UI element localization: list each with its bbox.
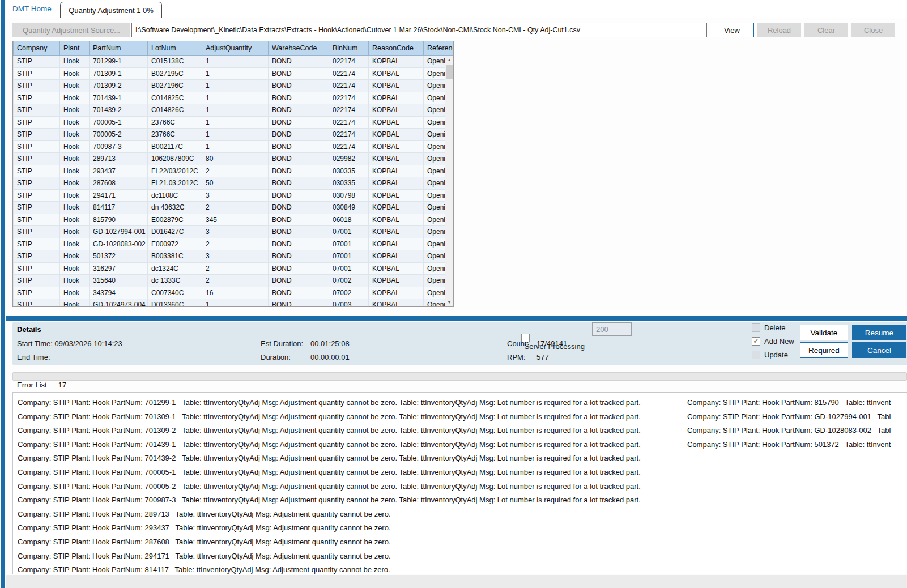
table-row[interactable]: STIPHook814117dn 43632C2BOND030849KOPBAL… [14, 202, 454, 214]
error-list-item[interactable]: Company: STIP Plant: Hook PartNum: 50137… [687, 438, 907, 452]
checkbox-icon[interactable]: ✓ [752, 337, 760, 346]
table-row[interactable]: STIPHookGD-1028083-002E0009722BOND07001K… [14, 238, 454, 250]
source-button[interactable]: Quantity Adjustment Source... [12, 23, 130, 37]
end-time: End Time: [17, 353, 52, 361]
error-list-item[interactable]: Company: STIP Plant: Hook PartNum: 70130… [18, 410, 641, 424]
grid-cell: 2 [202, 202, 269, 214]
error-list-item[interactable]: Company: STIP Plant: Hook PartNum: 29417… [18, 549, 641, 564]
grid-cell: KOPBAL [369, 238, 424, 250]
column-header[interactable]: LotNum [148, 41, 202, 56]
grid-scrollbar[interactable]: ▲ ▼ [445, 56, 453, 306]
column-header[interactable]: PartNum [90, 41, 148, 56]
error-list-item[interactable]: Company: STIP Plant: Hook PartNum: 28760… [18, 535, 641, 549]
error-list-item[interactable]: Company: STIP Plant: Hook PartNum: 70000… [18, 480, 641, 494]
source-path-input[interactable] [131, 23, 707, 37]
error-list-item[interactable]: Company: STIP Plant: Hook PartNum: 70143… [18, 438, 641, 452]
error-list-item[interactable]: Company: STIP Plant: Hook PartNum: 70129… [18, 396, 641, 410]
checkbox-icon[interactable] [752, 323, 760, 332]
chevron-up-icon[interactable]: ▲ [445, 56, 453, 64]
table-row[interactable]: STIPHook501372B003381C3BOND07001KOPBALOp… [14, 250, 454, 263]
column-header[interactable]: ReasonCode [369, 41, 424, 56]
grid-cell: Hook [60, 140, 90, 153]
table-row[interactable]: STIPHook293437FI 22/03/2012C2BOND030335K… [14, 165, 454, 177]
view-button[interactable]: View [710, 23, 754, 37]
table-row[interactable]: STIPHook701309-1B027195C1BOND022174KOPBA… [14, 67, 454, 80]
checkbox-label: Add New [764, 337, 794, 346]
error-col-2: Company: STIP Plant: Hook PartNum: 81579… [687, 396, 907, 451]
column-header[interactable]: BinNum [329, 41, 369, 56]
grid-cell: D016427C [148, 226, 202, 238]
column-header[interactable]: Company [14, 41, 60, 56]
grid-cell: 289713 [90, 153, 148, 165]
server-processing-checkbox[interactable]: Server Processing [509, 325, 585, 359]
est-duration: Est Duration:00.01:25:08 [261, 339, 350, 348]
column-header[interactable]: Plant [60, 41, 90, 56]
mode-checkbox[interactable]: Update [752, 351, 788, 359]
checkbox-icon[interactable] [752, 351, 760, 359]
mode-checkbox[interactable]: Delete [752, 323, 786, 332]
table-row[interactable]: STIPHook343794C007340C16BOND07002KOPBALO… [14, 287, 454, 299]
error-count: 17 [58, 381, 66, 389]
error-list-item[interactable]: Company: STIP Plant: Hook PartNum: 70098… [18, 493, 641, 508]
table-row[interactable]: STIPHookGD-1024973-004D013360C1BOND07003… [14, 299, 454, 308]
grid-cell: 701309-1 [90, 67, 148, 80]
error-list[interactable]: Company: STIP Plant: Hook PartNum: 70129… [12, 392, 907, 574]
grid-cell: 815790 [90, 214, 148, 226]
table-row[interactable]: STIPHook2897131062087809C80BOND029982KOP… [14, 153, 454, 165]
table-row[interactable]: STIPHookGD-1027994-001D016427C3BOND07001… [14, 226, 454, 238]
table-row[interactable]: STIPHook815790E002879C345BOND06018KOPBAL… [14, 214, 454, 226]
chevron-down-icon[interactable]: ▼ [445, 298, 453, 306]
table-row[interactable]: STIPHook701439-1C014825C1BOND022174KOPBA… [14, 92, 454, 104]
grid-cell: 030849 [329, 202, 369, 214]
mode-checkbox[interactable]: ✓ Add New [752, 337, 794, 346]
error-list-label: Error List [17, 381, 47, 389]
table-row[interactable]: STIPHook294171dc1108C3BOND030798KOPBALOp… [14, 189, 454, 202]
grid-cell: 022174 [329, 104, 369, 117]
error-list-item[interactable]: Company: STIP Plant: Hook PartNum: 70000… [18, 466, 641, 480]
tab-quantity-adjustment[interactable]: Quantity Adjustment 1 0% [60, 2, 162, 18]
grid-cell: STIP [14, 67, 60, 80]
grid-cell: STIP [14, 226, 60, 238]
table-row[interactable]: STIPHook287608FI 21.03.2012C50BOND030335… [14, 177, 454, 190]
error-list-item[interactable]: Company: STIP Plant: Hook PartNum: 29343… [18, 521, 641, 535]
grid-cell: 2 [202, 275, 269, 287]
required-button[interactable]: Required [800, 342, 848, 358]
grid-cell: 701309-2 [90, 80, 148, 92]
table-row[interactable]: STIPHook316297dc1324C2BOND07001KOPBALOpe… [14, 262, 454, 275]
window-accent-strip [1, 0, 5, 588]
error-list-item[interactable]: Company: STIP Plant: Hook PartNum: 28971… [18, 508, 641, 522]
grid-cell: 316297 [90, 262, 148, 275]
batch-size-input[interactable] [592, 322, 632, 336]
table-row[interactable]: STIPHook701309-2B027196C1BOND022174KOPBA… [14, 80, 454, 92]
table-row[interactable]: STIPHook315640dc 1333C2BOND07002KOPBALOp… [14, 275, 454, 287]
validate-button[interactable]: Validate [800, 325, 848, 340]
grid-cell: 345 [202, 214, 269, 226]
table-row[interactable]: STIPHook701439-2C014826C1BOND022174KOPBA… [14, 104, 454, 117]
column-header[interactable]: Reference [424, 41, 454, 56]
column-header[interactable]: WarehseCode [269, 41, 329, 56]
cancel-button[interactable]: Cancel [852, 342, 906, 358]
table-row[interactable]: STIPHook700005-223766C1BOND022174KOPBALO… [14, 129, 454, 141]
column-header[interactable]: AdjustQuantity [202, 41, 269, 56]
grid-cell: Hook [60, 67, 90, 80]
table-row[interactable]: STIPHook700987-3B002117C1BOND022174KOPBA… [14, 140, 454, 153]
table-row[interactable]: STIPHook701299-1C015138C1BOND022174KOPBA… [14, 56, 454, 68]
error-list-item[interactable]: Company: STIP Plant: Hook PartNum: 70130… [18, 424, 641, 438]
error-list-item[interactable]: Company: STIP Plant: Hook PartNum: 81579… [687, 396, 907, 410]
grid-cell: 2 [202, 262, 269, 275]
error-list-item[interactable]: Company: STIP Plant: Hook PartNum: 70143… [18, 451, 641, 466]
grid-header-row: CompanyPlantPartNumLotNumAdjustQuantityW… [14, 41, 454, 56]
error-list-item[interactable]: Company: STIP Plant: Hook PartNum: GD-10… [687, 410, 907, 424]
grid-cell: 07003 [329, 299, 369, 308]
grid-cell: Hook [60, 250, 90, 263]
grid-cell: 501372 [90, 250, 148, 263]
tab-dmt-home[interactable]: DMT Home [12, 5, 52, 13]
table-row[interactable]: STIPHook700005-123766C1BOND022174KOPBALO… [14, 116, 454, 129]
resume-button[interactable]: Resume [852, 325, 906, 340]
scrollbar-thumb[interactable] [446, 65, 453, 79]
error-list-item[interactable]: Company: STIP Plant: Hook PartNum: 81411… [18, 563, 641, 574]
grid-cell: B027195C [148, 67, 202, 80]
grid-cell: Hook [60, 214, 90, 226]
checkbox-icon[interactable] [521, 334, 530, 342]
error-list-item[interactable]: Company: STIP Plant: Hook PartNum: GD-10… [687, 424, 907, 438]
